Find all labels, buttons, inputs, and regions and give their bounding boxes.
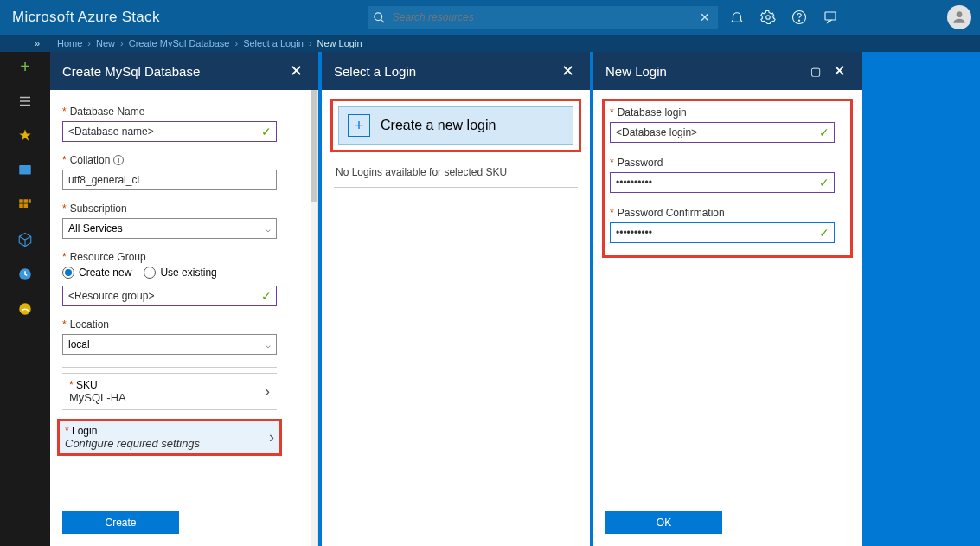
- nav-cube-icon[interactable]: [16, 230, 35, 249]
- check-icon: ✓: [819, 125, 829, 139]
- breadcrumb-create-db[interactable]: Create MySql Database: [124, 38, 235, 48]
- blade-title: Create MySql Database: [62, 64, 286, 79]
- nav-favorites-icon[interactable]: [16, 126, 35, 145]
- resource-group-input[interactable]: [62, 286, 277, 306]
- create-new-login-button[interactable]: + Create a new login: [338, 106, 573, 145]
- password-input[interactable]: [610, 172, 835, 193]
- subscription-dropdown[interactable]: All Services⌵: [62, 218, 277, 239]
- user-avatar[interactable]: [947, 5, 971, 29]
- blade-title: Select a Login: [334, 64, 558, 79]
- info-icon[interactable]: i: [113, 155, 124, 165]
- check-icon: ✓: [261, 289, 272, 303]
- db-name-label: Database Name: [70, 106, 145, 118]
- login-selector[interactable]: * Login Configure required settings ›: [57, 419, 282, 456]
- svg-point-6: [957, 11, 963, 17]
- nav-rail: +: [0, 52, 50, 546]
- settings-icon[interactable]: [753, 0, 784, 35]
- blade-new-login: New Login ▢ ✕ *Database login ✓ *Passwor…: [593, 52, 862, 546]
- chevron-right-icon: ›: [269, 428, 274, 446]
- svg-rect-15: [24, 204, 29, 209]
- close-icon[interactable]: ✕: [829, 61, 849, 80]
- location-label: Location: [70, 318, 109, 331]
- top-bar: Microsoft Azure Stack ✕: [0, 0, 980, 35]
- clear-search-icon[interactable]: ✕: [697, 10, 713, 24]
- nav-list-icon[interactable]: [16, 92, 35, 111]
- ok-button[interactable]: OK: [605, 511, 722, 534]
- nav-grid-icon[interactable]: [16, 196, 35, 215]
- db-name-input[interactable]: [62, 121, 277, 142]
- blade-create-mysql: Create MySql Database ✕ *Database Name ✓…: [50, 52, 318, 546]
- check-icon: ✓: [819, 176, 829, 189]
- breadcrumb-new[interactable]: New: [91, 38, 120, 48]
- svg-rect-5: [825, 12, 836, 20]
- svg-rect-10: [19, 165, 31, 175]
- blade-title: New Login: [605, 64, 807, 79]
- svg-point-2: [765, 16, 770, 20]
- svg-rect-12: [24, 199, 29, 203]
- no-logins-text: No Logins available for selected SKU: [334, 161, 578, 183]
- nav-gauge-icon[interactable]: [16, 299, 35, 318]
- nav-clock-icon[interactable]: [16, 265, 35, 284]
- svg-point-0: [375, 12, 382, 20]
- check-icon: ✓: [261, 125, 272, 138]
- plus-icon: +: [348, 114, 370, 137]
- sku-selector[interactable]: * SKU MySQL-HA ›: [62, 373, 277, 410]
- rg-create-new-radio[interactable]: Create new: [62, 267, 131, 279]
- db-login-label: Database login: [618, 106, 687, 119]
- chevron-down-icon: ⌵: [266, 224, 271, 234]
- svg-point-4: [798, 20, 799, 21]
- chevron-right-icon: ›: [265, 382, 270, 401]
- help-icon[interactable]: [784, 0, 815, 35]
- location-dropdown[interactable]: local⌵: [62, 334, 277, 355]
- create-button[interactable]: Create: [62, 511, 179, 534]
- top-icon-bar: [721, 0, 846, 35]
- notifications-icon[interactable]: [721, 0, 753, 35]
- password-confirm-label: Password Confirmation: [618, 207, 725, 219]
- close-icon[interactable]: ✕: [558, 61, 578, 80]
- db-login-input[interactable]: [610, 122, 835, 143]
- password-label: Password: [618, 157, 663, 169]
- breadcrumb-bar: » Home› New› Create MySql Database› Sele…: [0, 35, 980, 52]
- chevron-down-icon: ⌵: [266, 340, 271, 350]
- scrollbar-thumb[interactable]: [311, 90, 317, 202]
- collation-label: Collation: [70, 154, 111, 166]
- search-input[interactable]: [391, 10, 697, 24]
- svg-rect-11: [19, 199, 23, 203]
- breadcrumb-home[interactable]: Home: [52, 38, 87, 48]
- breadcrumb-current: New Login: [312, 38, 368, 48]
- create-new-login-label: Create a new login: [381, 118, 496, 133]
- subscription-label: Subscription: [70, 202, 127, 215]
- rg-use-existing-radio[interactable]: Use existing: [144, 267, 216, 279]
- close-icon[interactable]: ✕: [286, 61, 306, 80]
- maximize-icon[interactable]: ▢: [807, 65, 824, 78]
- password-confirm-input[interactable]: [610, 222, 835, 243]
- breadcrumb-expand-icon[interactable]: »: [35, 38, 40, 48]
- search-box[interactable]: ✕: [368, 6, 718, 29]
- svg-rect-14: [19, 204, 23, 209]
- feedback-icon[interactable]: [815, 0, 846, 35]
- brand-title: Microsoft Azure Stack: [0, 9, 160, 26]
- resource-group-label: Resource Group: [70, 251, 146, 263]
- blade-background: [865, 52, 940, 546]
- svg-rect-13: [29, 199, 31, 203]
- search-icon: [373, 11, 386, 24]
- blade-select-login: Select a Login ✕ + Create a new login No…: [322, 52, 590, 546]
- svg-line-1: [381, 19, 384, 22]
- scrollbar-track[interactable]: [311, 90, 317, 546]
- nav-new-icon[interactable]: +: [16, 57, 35, 76]
- check-icon: ✓: [819, 226, 829, 240]
- nav-dashboard-icon[interactable]: [16, 161, 35, 180]
- collation-input[interactable]: [62, 170, 277, 190]
- breadcrumb-select-login[interactable]: Select a Login: [238, 38, 309, 48]
